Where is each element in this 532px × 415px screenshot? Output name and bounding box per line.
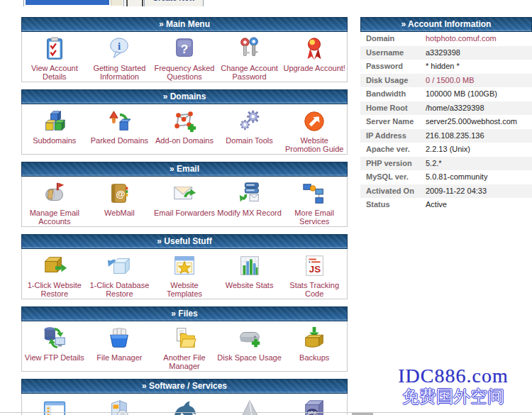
section-software-services: » Software / Services php <box>21 379 348 415</box>
account-select[interactable]: ▼ <box>23 0 124 6</box>
table-row-ip-address: IP Address 216.108.235.136 <box>360 129 532 143</box>
table-row-password: Password * hidden * <box>360 60 532 74</box>
account-information-panel: » Account Information Domain hotphoto.co… <box>360 17 532 212</box>
item-change-password[interactable]: Change Account Password <box>217 33 282 81</box>
section-body-files: View FTP Details File Manager Another Fi… <box>21 321 348 372</box>
item-label: Stats Tracking Code <box>282 281 347 298</box>
go-button[interactable]: Go <box>126 0 143 6</box>
item-stats-tracking-code[interactable]: JS Stats Tracking Code <box>282 250 347 298</box>
table-row-mysql-version: MySQL ver. 5.0.81-community <box>360 170 532 184</box>
item-label: Another File Manager <box>152 353 217 370</box>
item-view-account-details[interactable]: View Account Details <box>22 33 87 81</box>
frame-bottom-edge <box>0 412 532 413</box>
item-label: Website Stats <box>226 281 274 289</box>
item-label: Upgrade Account! <box>283 64 345 72</box>
item-domain-tools[interactable]: Domain Tools <box>217 105 282 153</box>
service-nodes-icon <box>301 179 327 208</box>
create-new-button[interactable]: Create New <box>144 0 204 6</box>
table-row-domain: Domain hotphoto.comuf.com <box>360 32 532 46</box>
row-label: PHP version <box>360 157 426 171</box>
folder-document-icon <box>172 324 197 353</box>
recycle-cube-icon <box>106 107 132 135</box>
promotion-arrow-icon <box>301 107 327 135</box>
network-plus-icon <box>172 107 197 135</box>
table-row-activated-on: Activated On 2009-11-22 04:33 <box>360 184 532 199</box>
item-website-promotion[interactable]: Website Promotion Guide <box>282 105 347 153</box>
item-website-stats[interactable]: Website Stats <box>217 250 282 298</box>
item-manage-email[interactable]: Manage Email Accounts <box>22 177 87 226</box>
row-value: 5.2.* <box>426 157 532 171</box>
row-label: Username <box>360 46 426 60</box>
address-book-icon: @ <box>106 179 132 208</box>
row-label: Bandwidth <box>360 87 426 101</box>
item-another-file-manager[interactable]: Another File Manager <box>152 322 217 370</box>
award-ribbon-icon <box>301 35 327 63</box>
svg-text:i: i <box>118 40 121 52</box>
row-value[interactable]: 0 / 1500.0 MB <box>426 74 532 88</box>
item-label: 1-Click Website Restore <box>22 281 87 298</box>
mailbox-icon <box>42 179 67 208</box>
item-webmail[interactable]: @ WebMail <box>87 177 153 226</box>
row-value: 2.2.13 (Unix) <box>426 143 532 157</box>
section-domains: » Domains Subdomains Parked Domains Add-… <box>21 89 348 155</box>
envelope-forward-icon <box>172 179 197 208</box>
row-label: Activated On <box>360 184 426 199</box>
row-label: IP Address <box>360 129 426 143</box>
item-upgrade-account[interactable]: Upgrade Account! <box>282 33 347 81</box>
item-backups[interactable]: Backups <box>282 322 347 370</box>
item-label: Backups <box>299 353 329 362</box>
row-value: 216.108.235.136 <box>426 129 532 143</box>
item-subdomains[interactable]: Subdomains <box>22 105 87 153</box>
section-useful-stuff: » Useful Stuff 1-Click Website Restore 1… <box>21 234 348 299</box>
item-email-forwarders[interactable]: Email Forwarders <box>152 177 217 226</box>
item-label: Manage Email Accounts <box>22 209 87 226</box>
section-header-email: » Email <box>21 162 348 177</box>
item-label: Change Account Password <box>217 64 282 81</box>
row-value: * hidden * <box>426 60 532 74</box>
section-email: » Email Manage Email Accounts @ WebMail … <box>21 162 348 227</box>
hard-drive-plus-icon <box>237 324 262 353</box>
cubes-icon <box>42 107 67 135</box>
item-addon-domains[interactable]: Add-on Domains <box>152 105 217 153</box>
top-toolbar: ▼ Go Create New <box>0 0 532 6</box>
row-label: Disk Usage <box>360 74 426 88</box>
item-label: Modify MX Record <box>217 209 281 217</box>
hosting-control-panel: { "topbar": { "go_label": "Go", "create_… <box>0 0 532 415</box>
row-label: Home Root <box>360 101 426 116</box>
table-row-php-version: PHP version 5.2.* <box>360 157 532 171</box>
item-label: Website Promotion Guide <box>282 136 347 153</box>
item-parked-domains[interactable]: Parked Domains <box>87 105 153 153</box>
row-value: server25.000webhost.com <box>426 115 532 129</box>
section-header-useful-stuff: » Useful Stuff <box>21 234 348 249</box>
item-getting-started[interactable]: i Getting Started Information <box>87 33 153 81</box>
ice-box-restore-icon <box>106 252 132 280</box>
item-label: File Manager <box>96 353 142 362</box>
row-value: 2009-11-22 04:33 <box>426 184 532 199</box>
row-label: Server Name <box>360 115 426 129</box>
item-more-email-services[interactable]: More Email Services <box>282 177 347 226</box>
table-row-home-root: Home Root /home/a3329398 <box>360 101 532 116</box>
item-disk-space-usage[interactable]: Disk Space Usage <box>217 322 282 370</box>
item-view-ftp-details[interactable]: View FTP Details <box>22 322 87 370</box>
item-website-restore[interactable]: 1-Click Website Restore <box>22 250 87 298</box>
table-row-username: Username a3329398 <box>360 46 532 60</box>
item-label: Website Templates <box>152 281 217 298</box>
item-label: View Account Details <box>22 64 87 81</box>
item-website-templates[interactable]: Website Templates <box>152 250 217 298</box>
table-row-disk-usage: Disk Usage 0 / 1500.0 MB <box>360 74 532 88</box>
section-header-files: » Files <box>21 306 348 321</box>
row-value[interactable]: hotphoto.comuf.com <box>426 32 532 46</box>
watermark: IDC886.com 免费国外空间 <box>379 365 528 406</box>
item-label: Getting Started Information <box>87 64 153 81</box>
item-faq[interactable]: ? Frequency Asked Questions <box>152 33 217 81</box>
item-database-restore[interactable]: 1-Click Database Restore <box>87 250 153 298</box>
row-label: MySQL ver. <box>360 170 426 184</box>
watermark-site-name: IDC886.com <box>379 365 528 387</box>
account-select-selection <box>26 0 109 5</box>
item-label: Frequency Asked Questions <box>152 64 217 81</box>
gold-box-restore-icon <box>42 252 67 280</box>
chevron-down-icon[interactable]: ▼ <box>111 0 123 6</box>
item-file-manager[interactable]: File Manager <box>87 322 153 370</box>
row-label: Apache ver. <box>360 143 426 157</box>
item-modify-mx[interactable]: Modify MX Record <box>217 177 282 226</box>
